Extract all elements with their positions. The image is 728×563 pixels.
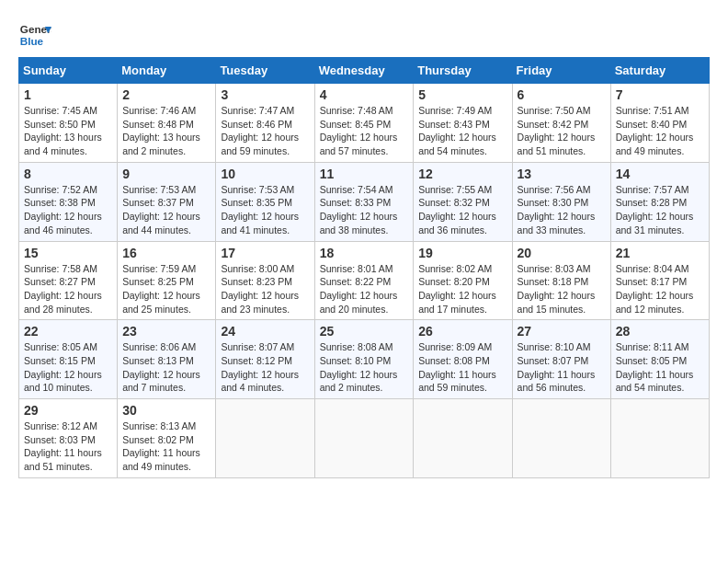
day-number: 20 [518, 246, 606, 260]
day-number: 13 [518, 167, 606, 181]
calendar-cell: 25Sunrise: 8:08 AM Sunset: 8:10 PM Dayli… [314, 320, 414, 399]
day-info: Sunrise: 7:57 AM Sunset: 8:28 PM Dayligh… [616, 183, 704, 237]
calendar-cell: 24Sunrise: 8:07 AM Sunset: 8:12 PM Dayli… [216, 320, 314, 399]
weekday-header-thursday: Thursday [414, 58, 512, 84]
day-info: Sunrise: 8:04 AM Sunset: 8:17 PM Dayligh… [616, 262, 704, 316]
calendar-cell: 9Sunrise: 7:53 AM Sunset: 8:37 PM Daylig… [118, 162, 216, 241]
day-info: Sunrise: 7:46 AM Sunset: 8:48 PM Dayligh… [122, 104, 210, 158]
weekday-header-row: SundayMondayTuesdayWednesdayThursdayFrid… [19, 58, 710, 84]
day-number: 27 [518, 324, 606, 339]
day-number: 11 [320, 167, 409, 181]
week-row-4: 22Sunrise: 8:05 AM Sunset: 8:15 PM Dayli… [19, 320, 710, 399]
calendar-cell: 15Sunrise: 7:58 AM Sunset: 8:27 PM Dayli… [19, 241, 118, 320]
day-number: 9 [122, 167, 210, 181]
day-number: 7 [616, 87, 704, 102]
day-info: Sunrise: 7:56 AM Sunset: 8:30 PM Dayligh… [518, 183, 606, 237]
calendar-cell [512, 399, 610, 478]
day-info: Sunrise: 7:49 AM Sunset: 8:43 PM Dayligh… [418, 104, 506, 158]
day-info: Sunrise: 8:03 AM Sunset: 8:18 PM Dayligh… [518, 262, 606, 316]
calendar-cell: 5Sunrise: 7:49 AM Sunset: 8:43 PM Daylig… [414, 84, 512, 163]
day-info: Sunrise: 8:07 AM Sunset: 8:12 PM Dayligh… [221, 340, 309, 395]
day-info: Sunrise: 7:51 AM Sunset: 8:40 PM Dayligh… [616, 104, 704, 158]
calendar-cell: 1Sunrise: 7:45 AM Sunset: 8:50 PM Daylig… [19, 84, 118, 163]
weekday-header-sunday: Sunday [19, 58, 118, 84]
calendar-cell: 20Sunrise: 8:03 AM Sunset: 8:18 PM Dayli… [512, 241, 610, 320]
day-info: Sunrise: 7:45 AM Sunset: 8:50 PM Dayligh… [24, 104, 112, 158]
calendar-cell: 3Sunrise: 7:47 AM Sunset: 8:46 PM Daylig… [216, 84, 314, 163]
day-info: Sunrise: 7:53 AM Sunset: 8:35 PM Dayligh… [221, 183, 309, 237]
day-info: Sunrise: 7:50 AM Sunset: 8:42 PM Dayligh… [518, 104, 606, 158]
day-info: Sunrise: 8:06 AM Sunset: 8:13 PM Dayligh… [122, 340, 210, 395]
calendar-cell: 17Sunrise: 8:00 AM Sunset: 8:23 PM Dayli… [216, 241, 314, 320]
day-number: 30 [122, 403, 210, 418]
day-number: 2 [122, 87, 210, 102]
day-number: 12 [418, 167, 506, 181]
day-info: Sunrise: 7:55 AM Sunset: 8:32 PM Dayligh… [418, 183, 506, 237]
week-row-3: 15Sunrise: 7:58 AM Sunset: 8:27 PM Dayli… [19, 241, 710, 320]
weekday-header-wednesday: Wednesday [314, 58, 414, 84]
day-number: 5 [418, 87, 506, 102]
day-info: Sunrise: 7:48 AM Sunset: 8:45 PM Dayligh… [320, 104, 409, 158]
day-info: Sunrise: 8:00 AM Sunset: 8:23 PM Dayligh… [221, 262, 309, 316]
day-info: Sunrise: 8:01 AM Sunset: 8:22 PM Dayligh… [320, 262, 409, 316]
calendar-cell: 4Sunrise: 7:48 AM Sunset: 8:45 PM Daylig… [314, 84, 414, 163]
day-number: 4 [320, 87, 409, 102]
calendar-cell: 29Sunrise: 8:12 AM Sunset: 8:03 PM Dayli… [19, 399, 118, 478]
weekday-header-saturday: Saturday [610, 58, 709, 84]
calendar-cell: 10Sunrise: 7:53 AM Sunset: 8:35 PM Dayli… [216, 162, 314, 241]
calendar-cell [414, 399, 512, 478]
day-number: 24 [221, 324, 309, 339]
calendar-cell: 14Sunrise: 7:57 AM Sunset: 8:28 PM Dayli… [610, 162, 709, 241]
week-row-1: 1Sunrise: 7:45 AM Sunset: 8:50 PM Daylig… [19, 84, 710, 163]
day-number: 16 [122, 246, 210, 260]
calendar-cell [216, 399, 314, 478]
day-number: 29 [24, 403, 112, 418]
day-info: Sunrise: 8:02 AM Sunset: 8:20 PM Dayligh… [418, 262, 506, 316]
calendar-cell: 21Sunrise: 8:04 AM Sunset: 8:17 PM Dayli… [610, 241, 709, 320]
day-info: Sunrise: 8:13 AM Sunset: 8:02 PM Dayligh… [122, 419, 210, 474]
weekday-header-tuesday: Tuesday [216, 58, 314, 84]
logo-icon: General Blue [18, 18, 51, 52]
day-number: 15 [24, 246, 112, 260]
calendar-cell [314, 399, 414, 478]
page-header: General Blue [18, 18, 710, 52]
calendar-cell: 26Sunrise: 8:09 AM Sunset: 8:08 PM Dayli… [414, 320, 512, 399]
calendar-cell: 30Sunrise: 8:13 AM Sunset: 8:02 PM Dayli… [118, 399, 216, 478]
day-info: Sunrise: 8:11 AM Sunset: 8:05 PM Dayligh… [616, 340, 704, 395]
day-info: Sunrise: 7:53 AM Sunset: 8:37 PM Dayligh… [122, 183, 210, 237]
day-number: 25 [320, 324, 409, 339]
calendar-cell: 23Sunrise: 8:06 AM Sunset: 8:13 PM Dayli… [118, 320, 216, 399]
calendar-cell: 19Sunrise: 8:02 AM Sunset: 8:20 PM Dayli… [414, 241, 512, 320]
day-number: 17 [221, 246, 309, 260]
day-number: 21 [616, 246, 704, 260]
calendar-cell: 2Sunrise: 7:46 AM Sunset: 8:48 PM Daylig… [118, 84, 216, 163]
day-number: 1 [24, 87, 112, 102]
week-row-2: 8Sunrise: 7:52 AM Sunset: 8:38 PM Daylig… [19, 162, 710, 241]
calendar-cell [610, 399, 709, 478]
calendar-cell: 6Sunrise: 7:50 AM Sunset: 8:42 PM Daylig… [512, 84, 610, 163]
day-info: Sunrise: 7:58 AM Sunset: 8:27 PM Dayligh… [24, 262, 112, 316]
day-number: 8 [24, 167, 112, 181]
calendar-cell: 27Sunrise: 8:10 AM Sunset: 8:07 PM Dayli… [512, 320, 610, 399]
calendar-cell: 28Sunrise: 8:11 AM Sunset: 8:05 PM Dayli… [610, 320, 709, 399]
calendar-body: 1Sunrise: 7:45 AM Sunset: 8:50 PM Daylig… [19, 84, 710, 478]
svg-text:Blue: Blue [20, 35, 44, 47]
day-info: Sunrise: 7:54 AM Sunset: 8:33 PM Dayligh… [320, 183, 409, 237]
day-info: Sunrise: 7:59 AM Sunset: 8:25 PM Dayligh… [122, 262, 210, 316]
weekday-header-friday: Friday [512, 58, 610, 84]
day-number: 22 [24, 324, 112, 339]
day-number: 23 [122, 324, 210, 339]
day-number: 6 [518, 87, 606, 102]
calendar-cell: 18Sunrise: 8:01 AM Sunset: 8:22 PM Dayli… [314, 241, 414, 320]
day-info: Sunrise: 7:52 AM Sunset: 8:38 PM Dayligh… [24, 183, 112, 237]
calendar-cell: 7Sunrise: 7:51 AM Sunset: 8:40 PM Daylig… [610, 84, 709, 163]
day-number: 3 [221, 87, 309, 102]
calendar-cell: 16Sunrise: 7:59 AM Sunset: 8:25 PM Dayli… [118, 241, 216, 320]
weekday-header-monday: Monday [118, 58, 216, 84]
week-row-5: 29Sunrise: 8:12 AM Sunset: 8:03 PM Dayli… [19, 399, 710, 478]
day-number: 26 [418, 324, 506, 339]
calendar-table: SundayMondayTuesdayWednesdayThursdayFrid… [18, 57, 710, 478]
day-number: 14 [616, 167, 704, 181]
day-info: Sunrise: 8:09 AM Sunset: 8:08 PM Dayligh… [418, 340, 506, 395]
calendar-cell: 13Sunrise: 7:56 AM Sunset: 8:30 PM Dayli… [512, 162, 610, 241]
